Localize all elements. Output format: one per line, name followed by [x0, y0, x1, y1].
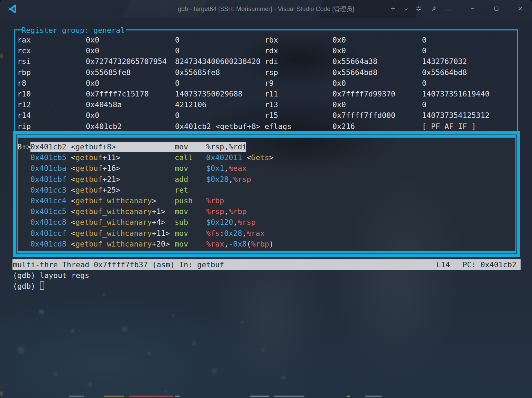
asm-symbol: <getbuf_withcanary+1> — [71, 206, 165, 217]
register-value: 0 — [422, 78, 426, 89]
register-value: 0 — [175, 45, 180, 56]
register-value: 0x55685fe8 — [175, 67, 220, 78]
asm-address: 0x401cc4 — [30, 195, 66, 206]
close-button[interactable] — [508, 0, 532, 18]
register-hex: 0x0 — [86, 45, 99, 56]
register-hex: 0x0 — [86, 78, 99, 89]
register-hex: 0x7ffff7ffd000 — [332, 110, 395, 121]
terminal[interactable]: Register group: general rax0x00rbx0x00rc… — [0, 18, 532, 398]
clipped-bottom-text-row — [0, 396, 27, 397]
register-value: 0x55664bd8 — [422, 67, 467, 78]
register-name: eflags — [265, 121, 292, 132]
register-name: rbp — [17, 67, 31, 78]
register-name: r11 — [265, 89, 278, 99]
maximize-icon — [494, 7, 498, 12]
register-value: 0 — [422, 99, 426, 110]
register-value: 0x401cb2 <getbuf+8> — [175, 121, 260, 132]
register-row: rbp0x55685fe80x55685fe8rsp0x55664bd80x55… — [13, 67, 518, 78]
register-hex: 0x55664bd8 — [332, 67, 377, 78]
register-value: 140737350029688 — [175, 89, 242, 99]
register-panel-border-corner-stub — [14, 29, 22, 30]
asm-operands: $0x1,%eax — [206, 163, 247, 174]
asm-row: 0x401cc5<getbuf_withcanary+1>mov%rsp,%rb… — [13, 206, 518, 217]
register-hex: 0x7ffff7d99370 — [332, 89, 395, 99]
asm-operands: %rax,-0x8(%rbp) — [206, 239, 274, 249]
asm-symbol: <getbuf_withcanary+4> — [71, 217, 165, 228]
register-value: 0 — [175, 110, 180, 121]
register-row: r100x7ffff7c15178140737350029688r110x7ff… — [13, 89, 518, 99]
vscode-window: gdb - target64 [SSH: Morisummer] - Visua… — [0, 0, 532, 398]
asm-address: 0x401cbf — [30, 174, 66, 185]
register-hex: 0x7ffff7c15178 — [86, 89, 149, 99]
register-panel-title: Register group: general — [21, 25, 125, 36]
pin-terminal-button[interactable] — [427, 3, 441, 15]
unsplit-terminal-icon — [416, 6, 421, 12]
register-hex: 0x0 — [86, 35, 99, 45]
asm-address: 0x401cb2 — [30, 141, 66, 152]
register-row: r80x00r90x00 — [13, 78, 518, 89]
register-row: rip0x401cb20x401cb2 <getbuf+8>eflags0x21… — [13, 121, 518, 132]
register-row: rcx0x00rdx0x00 — [13, 45, 518, 56]
asm-symbol: <getbuf+11> — [71, 152, 120, 163]
minimize-icon — [470, 7, 475, 12]
register-value: 0 — [422, 45, 426, 56]
register-name: r12 — [17, 99, 31, 110]
register-name: rdi — [265, 56, 278, 67]
register-name: rsi — [17, 56, 31, 67]
terminal-profile-dropdown[interactable] — [401, 3, 410, 15]
minimize-button[interactable] — [460, 0, 484, 18]
register-hex: 0x0 — [332, 99, 346, 110]
asm-symbol: <getbuf+8> — [71, 141, 116, 152]
asm-operands: $0x120,%rsp — [206, 217, 256, 228]
asm-row: 0x401cc3<getbuf+25>ret — [13, 185, 518, 195]
status-thread-info: multi-thre Thread 0x7ffff7fb37 (asm) In:… — [13, 259, 224, 270]
register-hex: 0x0 — [332, 78, 346, 89]
asm-row: 0x401ccf<getbuf_withcanary+11>mov%fs:0x2… — [13, 228, 518, 239]
gdb-prompt-line[interactable]: (gdb) — [13, 281, 44, 291]
asm-address: 0x401cba — [30, 163, 66, 174]
titlebar: gdb - target64 [SSH: Morisummer] - Visua… — [0, 0, 532, 18]
asm-address: 0x401cc8 — [30, 217, 66, 228]
register-value: 0 — [175, 35, 180, 45]
unsplit-terminal-button[interactable] — [412, 3, 425, 15]
asm-address: 0x401ccf — [30, 228, 66, 239]
register-value: 140737351619440 — [422, 89, 489, 99]
window-controls — [460, 0, 532, 18]
maximize-button[interactable] — [484, 0, 508, 18]
gdb-status-bar: multi-thre Thread 0x7ffff7fb37 (asm) In:… — [12, 259, 521, 270]
register-name: rax — [17, 35, 31, 45]
register-value: [ PF AF IF ] — [422, 121, 476, 132]
more-actions-button[interactable] — [442, 3, 456, 15]
register-hex: 0x0 — [86, 110, 99, 121]
register-value: 4212106 — [175, 99, 207, 110]
register-name: rcx — [17, 45, 31, 56]
ellipsis-icon — [446, 7, 452, 12]
close-icon — [518, 7, 522, 12]
asm-address: 0x401cd8 — [30, 239, 66, 249]
asm-mnemonic: mov — [175, 228, 188, 239]
asm-symbol: <getbuf+25> — [71, 185, 120, 195]
asm-operands: %fs:0x28,%rax — [206, 228, 265, 239]
register-hex: 0x401cb2 — [86, 121, 122, 132]
new-terminal-button[interactable] — [386, 3, 400, 15]
register-value: 1432767032 — [422, 56, 467, 67]
asm-address: 0x401cc5 — [30, 206, 66, 217]
register-name: rsp — [265, 67, 278, 78]
asm-address: 0x401cc3 — [30, 185, 66, 195]
register-name: r10 — [17, 89, 31, 99]
register-rows: rax0x00rbx0x00rcx0x00rdx0x00rsi0x7274732… — [13, 35, 518, 132]
register-value: 140737354125312 — [422, 110, 489, 121]
register-name: rip — [17, 121, 31, 132]
plus-icon — [390, 6, 396, 12]
register-row: rsi0x72747320657079548247343400600238420… — [13, 56, 518, 67]
register-hex: 0x0 — [332, 45, 346, 56]
asm-row: 0x401cba<getbuf+16>mov$0x1,%eax — [13, 163, 518, 174]
asm-operands: %rsp,%rbp — [206, 206, 247, 217]
asm-breakpoint-gutter: B+> — [17, 141, 31, 152]
asm-row: 0x401cc4<getbuf_withcanary>push%rbp — [13, 195, 518, 206]
asm-operands: 0x402011 <Gets> — [206, 152, 274, 163]
asm-symbol: <getbuf_withcanary> — [71, 195, 156, 206]
register-name: rdx — [265, 45, 278, 56]
asm-operands: %rsp,%rdi — [206, 141, 247, 152]
asm-row: 0x401cbf<getbuf+21>add$0x28,%rsp — [13, 174, 518, 185]
